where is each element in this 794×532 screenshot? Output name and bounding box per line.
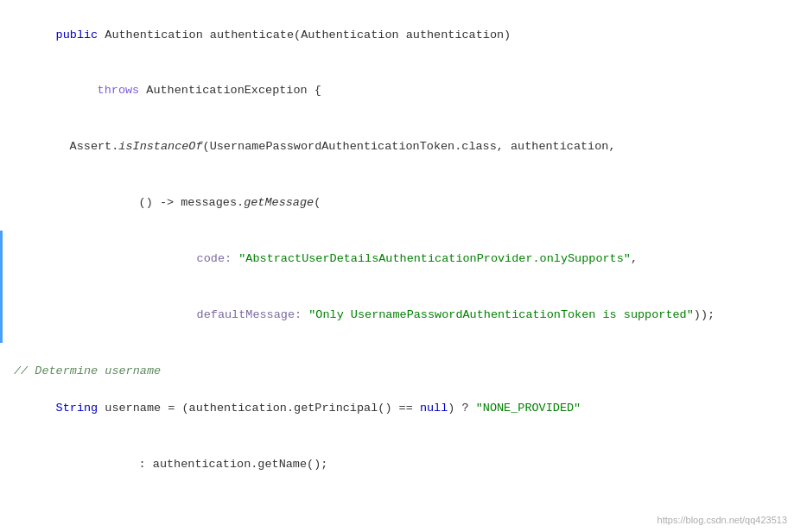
code-line-11 [0, 492, 794, 511]
watermark: https://blog.csdn.net/qq423513 [657, 513, 787, 529]
code-line-5: code: "AbstractUserDetailsAuthentication… [0, 231, 794, 287]
code-editor: public Authentication authenticate(Authe… [0, 0, 794, 532]
code-line-3: Assert.isInstanceOf(UsernamePasswordAuth… [0, 119, 794, 175]
code-line-1: public Authentication authenticate(Authe… [0, 7, 794, 63]
code-line-2: throws AuthenticationException { [0, 63, 794, 119]
code-line-9: String username = (authentication.getPri… [0, 381, 794, 437]
code-line-4: () -> messages.getMessage( [0, 174, 794, 231]
code-line-6: defaultMessage: "Only UsernamePasswordAu… [0, 287, 794, 343]
code-line-7 [0, 343, 794, 362]
code-line-8: // Determine username [0, 362, 794, 381]
code-line-10: : authentication.getName(); [0, 436, 794, 492]
